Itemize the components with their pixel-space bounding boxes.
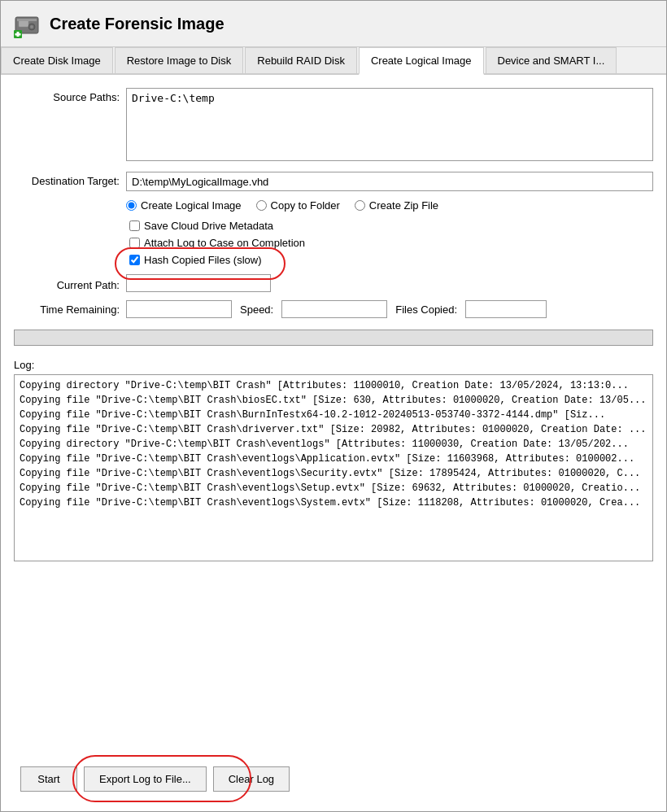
stats-control: Speed: Files Copied: <box>126 300 653 318</box>
button-row: Start Export Log to File... Clear Log <box>14 757 653 798</box>
main-content: Source Paths: Drive-C:\temp Destination … <box>1 75 666 811</box>
radio-zip-label: Create Zip File <box>369 199 438 212</box>
checkbox-save-cloud-metadata[interactable]: Save Cloud Drive Metadata <box>129 220 653 232</box>
clear-log-button[interactable]: Clear Log <box>213 766 290 792</box>
log-entry-8: Copying file "Drive-C:\temp\BIT Crash\ev… <box>20 495 647 510</box>
checkboxes-control: Save Cloud Drive Metadata Attach Log to … <box>129 220 653 266</box>
radio-group-control: Create Logical Image Copy to Folder Crea… <box>126 199 653 212</box>
title-bar: Create Forensic Image <box>1 1 666 47</box>
radio-create-logical-image[interactable]: Create Logical Image <box>126 199 242 212</box>
svg-rect-7 <box>15 33 21 36</box>
checkbox-attach-log[interactable]: Attach Log to Case on Completion <box>129 237 653 249</box>
attach-log-checkbox[interactable] <box>129 238 140 248</box>
svg-rect-1 <box>19 20 28 27</box>
radio-copy-to-folder[interactable]: Copy to Folder <box>256 199 340 212</box>
tab-device-smart[interactable]: Device and SMART I... <box>486 47 617 73</box>
log-box[interactable]: Copying directory "Drive-C:\temp\BIT Cra… <box>14 374 653 561</box>
destination-target-row: Destination Target: <box>14 172 653 191</box>
hash-copied-files-label: Hash Copied Files (slow) <box>144 254 262 266</box>
destination-target-input[interactable] <box>126 172 653 191</box>
export-button-wrapper: Export Log to File... <box>84 766 207 792</box>
time-remaining-input[interactable] <box>126 300 232 318</box>
checkbox-hash-copied-files[interactable]: Hash Copied Files (slow) <box>129 254 653 266</box>
current-path-control <box>126 274 653 292</box>
hash-copied-files-checkbox[interactable] <box>129 255 140 265</box>
log-entry-7: Copying file "Drive-C:\temp\BIT Crash\ev… <box>20 481 647 495</box>
tab-bar: Create Disk Image Restore Image to Disk … <box>1 47 666 75</box>
tab-restore-image[interactable]: Restore Image to Disk <box>115 47 244 73</box>
current-path-input[interactable] <box>126 274 271 292</box>
svg-point-4 <box>30 25 33 28</box>
current-path-row: Current Path: <box>14 274 653 292</box>
checkboxes-placeholder-label <box>14 220 120 223</box>
radio-create-logical-label: Create Logical Image <box>141 199 242 212</box>
files-copied-label: Files Copied: <box>395 303 457 316</box>
log-entry-5: Copying file "Drive-C:\temp\BIT Crash\ev… <box>20 452 647 466</box>
progress-bar-container <box>14 330 653 346</box>
log-entry-0: Copying directory "Drive-C:\temp\BIT Cra… <box>20 378 647 393</box>
time-remaining-label: Time Remaining: <box>14 300 120 316</box>
speed-label: Speed: <box>240 303 273 316</box>
svg-rect-2 <box>17 19 37 21</box>
log-entry-2: Copying file "Drive-C:\temp\BIT Crash\Bu… <box>20 408 647 422</box>
stats-row: Time Remaining: Speed: Files Copied: <box>14 300 653 318</box>
start-button[interactable]: Start <box>20 766 77 792</box>
destination-target-control <box>126 172 653 191</box>
log-section: Log: Copying directory "Drive-C:\temp\BI… <box>14 359 653 749</box>
source-paths-row: Source Paths: Drive-C:\temp <box>14 88 653 164</box>
current-path-label: Current Path: <box>14 276 120 291</box>
attach-log-label: Attach Log to Case on Completion <box>144 237 305 249</box>
tab-create-logical-image[interactable]: Create Logical Image <box>359 47 484 75</box>
radio-placeholder-label <box>14 199 120 203</box>
radio-group-row: Create Logical Image Copy to Folder Crea… <box>14 199 653 212</box>
log-entry-1: Copying file "Drive-C:\temp\BIT Crash\bi… <box>20 393 647 408</box>
tab-rebuild-raid[interactable]: Rebuild RAID Disk <box>245 47 357 73</box>
source-paths-input[interactable]: Drive-C:\temp <box>126 88 653 161</box>
save-cloud-metadata-checkbox[interactable] <box>129 220 140 231</box>
tab-create-disk-image[interactable]: Create Disk Image <box>1 47 113 73</box>
files-copied-input[interactable] <box>465 300 547 318</box>
log-entry-6: Copying file "Drive-C:\temp\BIT Crash\ev… <box>20 466 647 481</box>
window-title: Create Forensic Image <box>50 15 225 33</box>
radio-create-zip-file[interactable]: Create Zip File <box>355 199 438 212</box>
speed-input[interactable] <box>281 300 387 318</box>
export-log-button[interactable]: Export Log to File... <box>84 766 207 792</box>
destination-target-label: Destination Target: <box>14 172 120 187</box>
main-window: Create Forensic Image Create Disk Image … <box>0 0 667 812</box>
checkboxes-row: Save Cloud Drive Metadata Attach Log to … <box>14 220 653 266</box>
log-entry-3: Copying file "Drive-C:\temp\BIT Crash\dr… <box>20 422 647 437</box>
save-cloud-metadata-label: Save Cloud Drive Metadata <box>144 220 273 232</box>
app-icon <box>12 9 41 38</box>
image-type-radio-group: Create Logical Image Copy to Folder Crea… <box>126 199 653 212</box>
radio-copy-folder-label: Copy to Folder <box>271 199 340 212</box>
source-paths-label: Source Paths: <box>14 88 120 103</box>
log-label: Log: <box>14 359 653 371</box>
log-entry-4: Copying directory "Drive-C:\temp\BIT Cra… <box>20 437 647 452</box>
source-paths-control: Drive-C:\temp <box>126 88 653 164</box>
hash-checkbox-wrapper: Hash Copied Files (slow) <box>129 254 653 266</box>
